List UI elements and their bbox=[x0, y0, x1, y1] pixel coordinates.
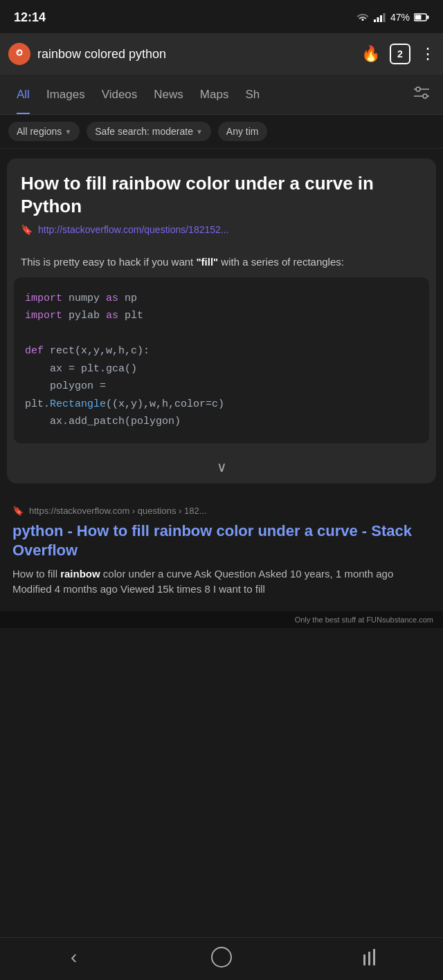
code-line-4: def rect(x,y,w,h,c): bbox=[25, 342, 418, 360]
result-title[interactable]: How to fill rainbow color under a curve … bbox=[21, 172, 422, 217]
back-icon: ‹ bbox=[71, 946, 77, 968]
battery-text: 47% bbox=[390, 12, 410, 23]
svg-point-14 bbox=[423, 94, 427, 98]
safe-search-arrow-icon: ▼ bbox=[196, 128, 203, 136]
code-line-5: ax = plt.gca() bbox=[25, 360, 418, 378]
svg-rect-6 bbox=[427, 16, 429, 19]
code-line-2: import pylab as plt bbox=[25, 307, 418, 325]
back-button[interactable]: ‹ bbox=[53, 943, 95, 971]
region-filter[interactable]: All regions ▼ bbox=[8, 122, 80, 141]
address-bar: 🔥 2 ⋮ bbox=[0, 33, 443, 75]
tab-maps[interactable]: Maps bbox=[192, 75, 237, 114]
home-icon bbox=[211, 947, 232, 968]
search-tabs: All Images Videos News Maps Sh bbox=[0, 75, 443, 115]
svg-rect-1 bbox=[377, 17, 379, 22]
so-icon: 🔖 bbox=[21, 224, 33, 235]
result-card-header: How to fill rainbow color under a curve … bbox=[7, 158, 436, 245]
bottom-nav: ‹ bbox=[0, 937, 443, 980]
recent-icon bbox=[363, 949, 375, 965]
safe-search-label: Safe search: moderate bbox=[95, 126, 193, 137]
status-icons: 47% bbox=[356, 12, 429, 23]
more-menu-icon[interactable]: ⋮ bbox=[420, 45, 435, 63]
first-result-card: How to fill rainbow color under a curve … bbox=[7, 158, 436, 483]
filter-icon[interactable] bbox=[408, 81, 435, 108]
expand-button[interactable]: ∨ bbox=[7, 450, 436, 483]
result-snippet: This is pretty easy to hack if you want … bbox=[7, 245, 436, 277]
tab-images[interactable]: Images bbox=[38, 75, 93, 114]
result-url-text: http://stackoverflow.com/questions/18215… bbox=[38, 224, 229, 235]
tab-all[interactable]: All bbox=[8, 75, 38, 114]
svg-rect-5 bbox=[415, 15, 422, 20]
chevron-down-icon: ∨ bbox=[217, 459, 227, 475]
code-block: import numpy as np import pylab as plt d… bbox=[14, 277, 429, 443]
second-result-title[interactable]: python - How to fill rainbow color under… bbox=[12, 521, 431, 561]
signal-icon bbox=[374, 12, 386, 22]
flame-icon[interactable]: 🔥 bbox=[361, 45, 380, 63]
status-time: 12:14 bbox=[14, 10, 46, 25]
status-bar: 12:14 47% bbox=[0, 0, 443, 33]
time-filter[interactable]: Any tim bbox=[218, 122, 267, 141]
svg-rect-3 bbox=[383, 13, 385, 22]
tab-videos[interactable]: Videos bbox=[93, 75, 146, 114]
tab-news[interactable]: News bbox=[145, 75, 192, 114]
code-line-7: plt.Rectangle((x,y),w,h,color=c) bbox=[25, 396, 418, 414]
region-arrow-icon: ▼ bbox=[64, 128, 71, 136]
filter-bar: All regions ▼ Safe search: moderate ▼ An… bbox=[0, 115, 443, 149]
search-input[interactable] bbox=[37, 47, 354, 62]
svg-rect-2 bbox=[380, 15, 382, 22]
result-url[interactable]: 🔖 http://stackoverflow.com/questions/182… bbox=[21, 224, 422, 235]
address-bar-icons: 🔥 2 ⋮ bbox=[361, 44, 435, 64]
tab-sh[interactable]: Sh bbox=[237, 75, 268, 114]
second-result-breadcrumb: https://stackoverflow.com › questions › … bbox=[29, 506, 207, 516]
duckduckgo-logo bbox=[8, 43, 30, 65]
so-icon-2: 🔖 bbox=[12, 506, 24, 516]
watermark: Only the best stuff at FUNsubstance.com bbox=[0, 611, 443, 628]
watermark-text: Only the best stuff at FUNsubstance.com bbox=[295, 616, 433, 624]
second-result-url: 🔖 https://stackoverflow.com › questions … bbox=[12, 506, 431, 516]
second-result-item: 🔖 https://stackoverflow.com › questions … bbox=[3, 493, 440, 610]
battery-icon bbox=[414, 13, 429, 21]
second-result-snippet: How to fill rainbow color under a curve … bbox=[12, 566, 431, 598]
svg-rect-0 bbox=[374, 19, 376, 22]
wifi-icon bbox=[356, 12, 370, 22]
time-label: Any tim bbox=[226, 126, 259, 137]
code-line-8: ax.add_patch(polygon) bbox=[25, 413, 418, 431]
svg-point-11 bbox=[416, 87, 420, 91]
code-line-6: polygon = bbox=[25, 378, 418, 396]
svg-point-10 bbox=[18, 51, 19, 53]
tab-count-badge[interactable]: 2 bbox=[390, 44, 410, 64]
region-label: All regions bbox=[17, 126, 62, 137]
home-button[interactable] bbox=[201, 943, 242, 971]
code-line-1: import numpy as np bbox=[25, 290, 418, 308]
code-line-3 bbox=[25, 325, 418, 343]
recent-button[interactable] bbox=[348, 943, 390, 971]
safe-search-filter[interactable]: Safe search: moderate ▼ bbox=[87, 122, 211, 141]
